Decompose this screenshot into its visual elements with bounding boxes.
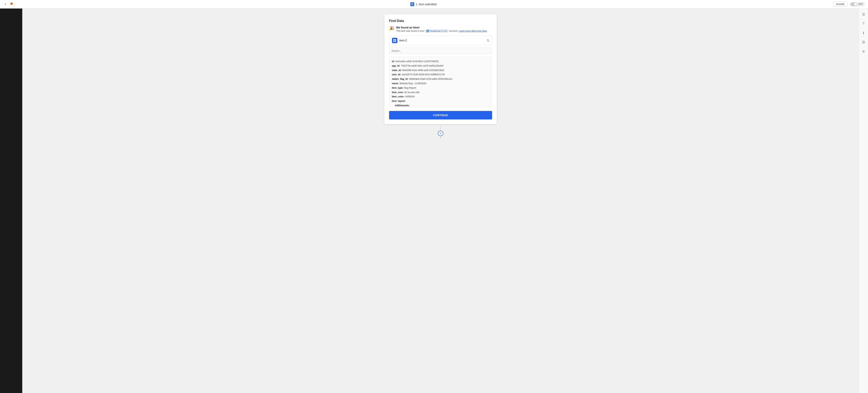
found-item-text: We found an item! This item was found in…: [396, 26, 487, 33]
continue-button[interactable]: CONTINUE: [389, 111, 492, 120]
data-field-row: item_color:#00B3A4: [392, 95, 489, 99]
svg-rect-4: [427, 30, 427, 31]
data-field-row: item_layout:: [392, 99, 489, 103]
main-area: Find Data 🎉 We found an item! This item …: [0, 8, 868, 393]
find-data-card: Find Data 🎉 We found an item! This item …: [384, 14, 497, 124]
field-key: state_id:: [392, 68, 401, 73]
data-field-row: leftElements:: [392, 103, 489, 107]
field-value: Website Bug - 11/06/2020: [400, 81, 427, 86]
found-title: We found an item!: [396, 26, 487, 29]
data-field-row: state_id:fbfe6286-4cbe-4858-acf8-2c523b6…: [392, 68, 489, 73]
field-value: Bug Report: [404, 86, 416, 90]
search-input[interactable]: [389, 47, 492, 54]
data-field-row: status_flag_id:48db6abd-43a0-423d-ad04-4…: [392, 77, 489, 81]
field-value: 48db6abd-43a0-423d-ad04-4503c5fbca11: [409, 77, 453, 81]
help-icon[interactable]: ?: [861, 21, 866, 26]
toggle-label: OFF: [858, 3, 863, 6]
field-key: user_id:: [392, 72, 401, 77]
connector-area: +: [438, 126, 443, 139]
field-value: be3cae9c-a2b5-4c18-9812-1e2f47394291: [396, 59, 439, 64]
connector-line-top: [440, 126, 441, 131]
canvas-area: Find Data 🎉 We found an item! This item …: [22, 8, 859, 393]
account-badge-icon: [427, 30, 429, 32]
toggle-container: OFF: [850, 2, 865, 7]
data-field-row: item_icon:far fa-user-edit: [392, 90, 489, 95]
data-field-row: user_id:a24a3573-3156-4039-92c9-458fbf22…: [392, 72, 489, 77]
back-button[interactable]: [3, 2, 8, 7]
add-step-button[interactable]: +: [438, 131, 443, 136]
field-value: fbfe6286-4cbe-4858-acf8-2c523b6c3bb2: [402, 68, 444, 73]
topbar-center: 1. Item submitted: [410, 2, 436, 6]
item-selector[interactable]: Item C ⇅: [389, 36, 492, 45]
right-sidebar: ☰ ? ℹ: [859, 8, 868, 393]
svg-rect-11: [395, 41, 396, 42]
zapier-logo: [9, 1, 14, 7]
account-name: PeopleGoal (1.0.0): [429, 30, 447, 32]
field-key: item_icon:: [392, 90, 404, 95]
svg-rect-9: [395, 39, 396, 40]
field-key: item_color:: [392, 95, 405, 99]
party-icon: 🎉: [389, 26, 394, 31]
list-icon[interactable]: ☰: [861, 11, 866, 17]
field-value: 7f2d373b-aa08-4d4c-ad76-9a65a19bafaf: [401, 64, 443, 68]
item-selector-label: Item C: [399, 39, 485, 42]
found-description: This item was found in your Peopl: [396, 29, 487, 33]
field-value: a24a3573-3156-4039-92c9-458fbf221734: [402, 72, 445, 77]
chevron-icon: ⇅: [487, 39, 489, 42]
field-key: id:: [392, 59, 395, 64]
field-key: item_type:: [392, 86, 404, 90]
account-badge: PeopleGoal (1.0.0): [425, 29, 448, 33]
field-value: far fa-user-edit: [404, 90, 420, 95]
desc-suffix: account.: [449, 30, 458, 32]
item-selector-icon: [392, 38, 397, 43]
svg-rect-7: [428, 31, 428, 32]
field-key: status_flag_id:: [392, 77, 408, 81]
field-key: app_id:: [392, 64, 400, 68]
data-field-row: id:be3cae9c-a2b5-4c18-9812-1e2f47394291: [392, 59, 489, 64]
card-title: Find Data: [389, 19, 492, 23]
share-button[interactable]: SHARE: [833, 2, 847, 7]
data-fields: id:be3cae9c-a2b5-4c18-9812-1e2f47394291a…: [389, 57, 492, 107]
step-label: 1. Item submitted: [416, 3, 436, 6]
svg-rect-3: [412, 4, 413, 5]
data-field-row: item_type:Bug Report: [392, 86, 489, 90]
toggle-switch[interactable]: [850, 2, 857, 6]
svg-rect-6: [427, 31, 427, 32]
topbar-left: [3, 1, 14, 7]
clock-icon[interactable]: [861, 39, 866, 45]
learn-more-link[interactable]: Learn more about test data.: [459, 30, 487, 32]
found-item-banner: 🎉 We found an item! This item was found …: [389, 26, 492, 33]
svg-rect-0: [411, 3, 412, 4]
settings-icon[interactable]: [861, 49, 866, 54]
field-value: #00B3A4: [405, 95, 414, 99]
step-icon: [410, 2, 414, 6]
field-key: item_layout:: [392, 99, 406, 103]
svg-point-13: [863, 51, 864, 52]
field-key: name:: [392, 81, 399, 86]
desc-prefix: This item was found in your: [396, 30, 425, 32]
left-sidebar: [0, 8, 22, 393]
svg-rect-2: [411, 4, 412, 5]
svg-rect-8: [393, 39, 395, 40]
info-icon[interactable]: ℹ: [861, 30, 866, 36]
svg-rect-1: [412, 3, 413, 4]
topbar: 1. Item submitted SHARE OFF: [0, 0, 868, 8]
field-key: leftElements:: [395, 103, 410, 107]
data-field-row: app_id:7f2d373b-aa08-4d4c-ad76-9a65a19ba…: [392, 64, 489, 68]
data-field-row: name:Website Bug - 11/06/2020: [392, 81, 489, 86]
svg-rect-10: [393, 41, 395, 42]
topbar-right: SHARE OFF: [833, 2, 865, 7]
svg-rect-5: [428, 30, 428, 31]
connector-line-bottom: [440, 136, 441, 139]
